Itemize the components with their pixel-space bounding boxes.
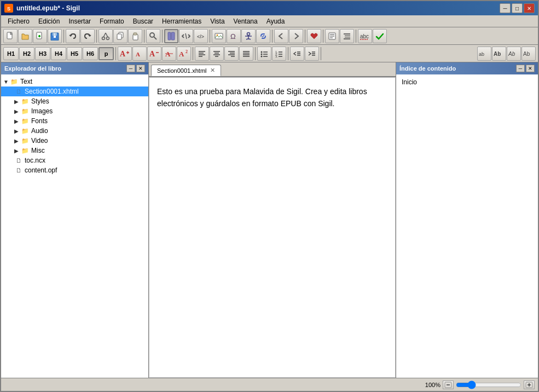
menu-buscar[interactable]: Buscar (129, 16, 158, 26)
find-button[interactable] (146, 29, 160, 43)
omega-button[interactable]: Ω (227, 29, 241, 43)
svg-line-19 (154, 37, 157, 39)
heart-button[interactable] (307, 29, 321, 43)
sep3 (144, 30, 144, 43)
tree-toggle: ▶ (14, 148, 21, 154)
tree-toggle: ▶ (14, 138, 21, 144)
tree-root-text[interactable]: ▼ 📁 Text (1, 77, 148, 87)
link-button[interactable] (256, 29, 270, 43)
toc-minimize-button[interactable]: ─ (516, 65, 525, 72)
indent-button[interactable] (305, 47, 319, 61)
code-view-button[interactable] (179, 29, 193, 43)
validate-button[interactable] (373, 29, 387, 43)
style-ab3-button[interactable]: Ab (507, 47, 521, 61)
p-button[interactable]: p (98, 47, 114, 60)
svg-line-13 (106, 33, 108, 37)
meta-editor-button[interactable] (325, 29, 339, 43)
cut-button[interactable] (98, 29, 113, 43)
editor-text[interactable]: Esto es una prueba para Malavida de Sigi… (157, 85, 387, 110)
tree-item-video[interactable]: ▶ 📁 Video (1, 136, 148, 146)
html-view-button[interactable]: </> (194, 29, 208, 43)
anchor-button[interactable] (241, 29, 256, 43)
new-button[interactable] (3, 29, 18, 43)
align-justify-button[interactable] (239, 47, 253, 61)
tree-item-fonts[interactable]: ▶ 📁 Fonts (1, 116, 148, 126)
tree-item-styles[interactable]: ▶ 📁 Styles (1, 96, 148, 106)
close-button[interactable]: ✕ (524, 3, 535, 13)
menu-edicion[interactable]: Edición (34, 16, 64, 26)
svg-text:Ab: Ab (523, 51, 530, 57)
editor-content[interactable]: Esto es una prueba para Malavida de Sigi… (149, 77, 396, 378)
menu-herramientas[interactable]: Herramientas (158, 16, 206, 26)
svg-rect-24 (215, 33, 223, 39)
paste-button[interactable] (128, 29, 142, 43)
save-button[interactable] (48, 29, 62, 43)
tree-label: content.opf (25, 166, 57, 174)
h5-button[interactable]: H5 (67, 47, 82, 60)
outdent-button[interactable] (290, 47, 304, 61)
tab-close-button[interactable]: ✕ (210, 67, 215, 74)
toc-item-inicio[interactable]: Inicio (398, 77, 536, 88)
h3-button[interactable]: H3 (35, 47, 50, 60)
menu-insertar[interactable]: Insertar (64, 16, 95, 26)
menu-ayuda[interactable]: Ayuda (262, 16, 289, 26)
style-ab1-button[interactable]: ab (477, 47, 491, 61)
style-ab2-button[interactable]: Ab (492, 47, 506, 61)
font-decrease-button[interactable]: A (147, 47, 161, 61)
tree-label: Fonts (31, 117, 48, 125)
tree-label: Audio (31, 127, 48, 135)
toc-close-button[interactable]: ✕ (526, 65, 535, 72)
font-normal-button[interactable]: A (132, 47, 147, 61)
menu-formato[interactable]: Formato (95, 16, 129, 26)
svg-point-11 (107, 37, 109, 39)
tree-item-section0001[interactable]: 🗋 Section0001.xhtml (1, 87, 148, 96)
forward-button[interactable] (289, 29, 303, 43)
zoom-slider[interactable] (456, 381, 521, 389)
h4-button[interactable]: H4 (51, 47, 66, 60)
ul-button[interactable] (257, 47, 271, 61)
copy-button[interactable] (113, 29, 127, 43)
tree-item-content-opf[interactable]: 🗋 content.opf (1, 165, 148, 175)
back-button[interactable] (274, 29, 288, 43)
tree-item-images[interactable]: ▶ 📁 Images (1, 106, 148, 116)
toolbar-2: H1 H2 H3 H4 H5 H6 p A A A A A2 (1, 45, 538, 62)
sep6 (272, 30, 273, 43)
sep5 (210, 30, 210, 43)
svg-point-69 (261, 55, 263, 57)
h2-button[interactable]: H2 (19, 47, 34, 60)
menu-vista[interactable]: Vista (206, 16, 229, 26)
tab-label: Section0001.xhtml (157, 67, 207, 74)
zoom-out-button[interactable] (443, 381, 454, 389)
panel-minimize-button[interactable]: ─ (126, 65, 135, 72)
tree-item-audio[interactable]: ▶ 📁 Audio (1, 126, 148, 136)
font-super-button[interactable]: A2 (177, 47, 191, 61)
toolbar-1: </> Ω a (1, 27, 538, 45)
svg-point-68 (261, 53, 263, 55)
tree-item-misc[interactable]: ▶ 📁 Misc (1, 146, 148, 155)
zoom-in-button[interactable] (524, 381, 535, 389)
align-center-button[interactable] (210, 47, 224, 61)
image-insert-button[interactable] (212, 29, 226, 43)
tab-section0001[interactable]: Section0001.xhtml ✕ (151, 65, 221, 76)
redo-button[interactable] (80, 29, 95, 43)
add-file-button[interactable] (33, 29, 47, 43)
toc-editor-button[interactable] (340, 29, 354, 43)
minimize-button[interactable]: ─ (500, 3, 511, 13)
menu-fichero[interactable]: Fichero (3, 16, 34, 26)
style-ab4-button[interactable]: Ab (521, 47, 536, 61)
h6-button[interactable]: H6 (83, 47, 98, 60)
menu-ventana[interactable]: Ventana (229, 16, 262, 26)
align-left-button[interactable] (195, 47, 209, 61)
undo-button[interactable] (66, 29, 80, 43)
font-increase-button[interactable]: A (118, 47, 132, 61)
font-strikethrough-button[interactable]: A (162, 47, 176, 61)
spellcheck-button[interactable]: abc (358, 29, 372, 43)
maximize-button[interactable]: □ (512, 3, 523, 13)
tree-item-toc[interactable]: 🗋 toc.ncx (1, 155, 148, 165)
panel-close-button[interactable]: ✕ (136, 65, 145, 72)
bookmark-view-button[interactable] (164, 29, 178, 43)
align-right-button[interactable] (224, 47, 239, 61)
ol-button[interactable]: 1.2.3. (272, 47, 286, 61)
h1-button[interactable]: H1 (3, 47, 19, 60)
open-button[interactable] (18, 29, 32, 43)
